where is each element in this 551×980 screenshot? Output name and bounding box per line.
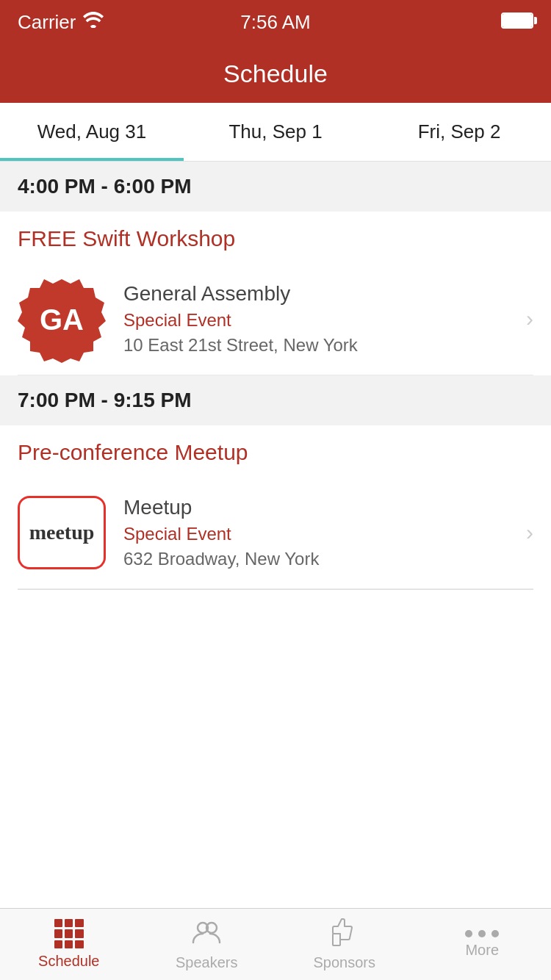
divider xyxy=(18,589,533,590)
meetup-logo: meetup xyxy=(18,489,106,577)
ga-logo: GA xyxy=(18,275,106,363)
tab-sponsors-label: Sponsors xyxy=(314,954,376,971)
tab-schedule-label: Schedule xyxy=(38,953,99,970)
status-time: 7:56 AM xyxy=(240,11,310,34)
event-type-meetup: Special Event xyxy=(123,524,517,544)
battery-indicator xyxy=(501,11,533,34)
venue-name-meetup: Meetup xyxy=(123,496,517,519)
chevron-right-ga: › xyxy=(526,306,533,331)
event-type-ga: Special Event xyxy=(123,310,517,331)
sponsors-icon xyxy=(330,918,359,950)
carrier-label: Carrier xyxy=(18,11,76,34)
time-block-1: 4:00 PM - 6:00 PM xyxy=(0,162,551,212)
meetup-logo-text: meetup xyxy=(24,518,101,547)
tab-bar: Schedule Speakers Sponsors xyxy=(0,908,551,980)
more-icon xyxy=(465,930,499,937)
event-section-1: FREE Swift Workshop GA General Assembly … xyxy=(0,212,551,375)
event-section-2: Pre-conference Meetup meetup Meetup Spec… xyxy=(0,425,551,589)
venue-name-ga: General Assembly xyxy=(123,282,517,306)
tab-fri-sep2[interactable]: Fri, Sep 2 xyxy=(367,103,551,161)
status-bar-left: Carrier xyxy=(18,11,104,34)
chevron-right-meetup: › xyxy=(526,520,533,545)
speakers-icon xyxy=(192,918,221,950)
nav-header: Schedule xyxy=(0,44,551,103)
schedule-icon xyxy=(54,919,84,948)
date-tabs: Wed, Aug 31 Thu, Sep 1 Fri, Sep 2 xyxy=(0,103,551,162)
tab-thu-sep1[interactable]: Thu, Sep 1 xyxy=(184,103,367,161)
tab-schedule[interactable]: Schedule xyxy=(0,919,138,970)
tab-speakers[interactable]: Speakers xyxy=(138,918,276,971)
tab-speakers-label: Speakers xyxy=(176,954,238,971)
svg-text:GA: GA xyxy=(40,303,84,336)
svg-rect-4 xyxy=(333,934,340,945)
event-info-ga: General Assembly Special Event 10 East 2… xyxy=(123,282,517,356)
time-block-2: 7:00 PM - 9:15 PM xyxy=(0,375,551,425)
event-title-2: Pre-conference Meetup xyxy=(18,440,533,465)
event-address-ga: 10 East 21st Street, New York xyxy=(123,335,517,356)
event-address-meetup: 632 Broadway, New York xyxy=(123,549,517,569)
tab-more[interactable]: More xyxy=(414,930,552,959)
event-row-ga[interactable]: GA General Assembly Special Event 10 Eas… xyxy=(18,263,533,375)
status-bar: Carrier 7:56 AM xyxy=(0,0,551,44)
main-content: 4:00 PM - 6:00 PM FREE Swift Workshop GA… xyxy=(0,162,551,663)
tab-sponsors[interactable]: Sponsors xyxy=(276,918,414,971)
tab-more-label: More xyxy=(465,942,499,959)
page-title: Schedule xyxy=(223,60,328,88)
event-info-meetup: Meetup Special Event 632 Broadway, New Y… xyxy=(123,496,517,569)
tab-wed-aug31[interactable]: Wed, Aug 31 xyxy=(0,103,184,161)
wifi-icon xyxy=(83,12,104,32)
event-row-meetup[interactable]: meetup Meetup Special Event 632 Broadway… xyxy=(18,477,533,589)
event-title-1: FREE Swift Workshop xyxy=(18,226,533,251)
